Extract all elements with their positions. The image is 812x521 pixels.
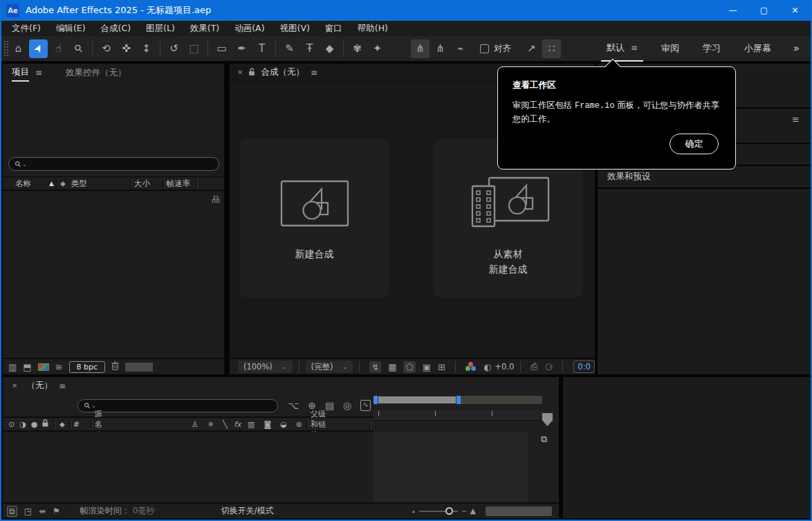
workspace-default[interactable]: 默认 ≡ <box>601 35 643 62</box>
project-flowchart-icon[interactable]: 品 <box>212 194 219 205</box>
timeline-search-input[interactable]: ⚲ ⌄ <box>77 399 278 412</box>
menu-help[interactable]: 帮助(H) <box>350 21 396 36</box>
solo-icon[interactable]: ● <box>31 420 38 429</box>
puppet-bend-pin-tool[interactable]: ⌁ <box>451 39 470 58</box>
toolbar-grip[interactable] <box>3 40 8 57</box>
timeline-track-area[interactable] <box>373 432 528 502</box>
composition-panel-menu-icon[interactable]: ≡ <box>311 68 317 77</box>
magnification-dropdown[interactable]: (100%)⌄ <box>238 360 293 373</box>
column-size[interactable]: 大小 <box>134 179 150 189</box>
timeline-panel-menu-icon[interactable]: ≡ <box>59 381 66 391</box>
composition-flowchart-icon[interactable]: ⌥ <box>288 400 299 411</box>
pan-camera-tool[interactable]: ✜ <box>117 39 136 58</box>
mask-feather-tool[interactable]: ∷ <box>542 39 561 58</box>
exposure-value[interactable]: +0.0 <box>495 362 514 372</box>
interpret-footage-icon[interactable]: ▥ <box>8 362 17 372</box>
puppet-pin-tool[interactable]: ✦ <box>368 39 387 58</box>
audio-icon[interactable]: ◑ <box>19 420 26 429</box>
menu-effect[interactable]: 效果(T) <box>183 21 227 36</box>
motion-blur-icon[interactable]: ◎ <box>343 400 351 411</box>
new-composition-button[interactable]: 新建合成 <box>240 138 389 298</box>
menu-window[interactable]: 窗口 <box>317 21 350 36</box>
project-panel-menu-icon[interactable]: ≡ <box>35 68 42 77</box>
home-tool[interactable]: ⌂ <box>9 39 28 58</box>
unlock-icon[interactable] <box>248 66 255 79</box>
column-name[interactable]: 名称 <box>15 179 31 189</box>
close-panel-icon[interactable]: ✕ <box>237 68 243 76</box>
eraser-tool[interactable]: ◆ <box>320 39 339 58</box>
workspace-small-screen[interactable]: 小屏幕 <box>739 35 777 62</box>
zoom-in-icon[interactable]: ▲ <box>470 506 476 515</box>
new-folder-icon[interactable]: ⬒ <box>23 362 31 372</box>
bit-depth-button[interactable]: 8 bpc <box>69 361 106 373</box>
effects-fx-icon[interactable]: fx <box>234 420 241 429</box>
region-of-interest-icon[interactable]: ⬠ <box>403 361 415 373</box>
dolly-camera-tool[interactable]: ↕ <box>137 39 156 58</box>
threed-layer-icon[interactable]: ⊛ <box>296 420 302 429</box>
workspace-learn[interactable]: 学习 <box>697 35 726 62</box>
pen-tool[interactable]: ✒ <box>232 39 251 58</box>
channel-rgb-icon[interactable] <box>465 362 477 372</box>
menu-view[interactable]: 视图(V) <box>273 21 317 36</box>
puppet-starch-pin-tool[interactable]: ⋔ <box>431 39 450 58</box>
toggle-switches-modes-button[interactable]: 切换开关/模式 <box>221 505 273 517</box>
comp-button-icon[interactable]: ⧉ <box>541 434 547 445</box>
transparency-grid-icon[interactable]: ▦ <box>388 362 396 372</box>
puppet-position-pin-tool[interactable]: ⋔ <box>411 39 430 58</box>
mask-visibility-icon[interactable]: ▣ <box>423 362 431 372</box>
lock-icon[interactable] <box>42 419 48 429</box>
camera-tool[interactable]: ⬚ <box>185 39 203 58</box>
grid-guides-icon[interactable]: ⊞ <box>438 362 445 372</box>
zoom-out-icon[interactable]: ▴ <box>412 509 415 514</box>
frame-blend-icon[interactable]: ▥ <box>248 420 255 429</box>
label-tag-icon[interactable]: ⬥ <box>60 179 66 188</box>
column-index[interactable]: # <box>73 420 80 429</box>
adjustment-layer-icon[interactable]: ◒ <box>280 420 287 429</box>
close-button[interactable]: ✕ <box>779 0 811 21</box>
tab-effect-controls[interactable]: 效果控件（无） <box>66 67 127 79</box>
proxy-toggle-icon[interactable]: ≋ <box>55 362 63 372</box>
time-ruler[interactable] <box>373 410 542 421</box>
menu-layer[interactable]: 图层(L) <box>138 21 183 36</box>
snap-checkbox[interactable] <box>480 44 489 53</box>
resolution-dropdown[interactable]: (完整)⌄ <box>306 360 353 373</box>
current-time-display[interactable]: 0:0 <box>573 360 595 373</box>
expand-layers-icon[interactable]: ⧉ <box>7 506 17 517</box>
close-panel-icon[interactable]: ✕ <box>12 382 17 390</box>
graph-editor-icon[interactable]: ∿ <box>360 400 370 411</box>
panel-menu-icon[interactable]: ≡ <box>792 114 800 125</box>
menu-file[interactable]: 文件(F) <box>4 21 48 36</box>
timeline-layer-area[interactable] <box>3 432 373 502</box>
menu-animation[interactable]: 动画(A) <box>227 21 272 36</box>
workspace-overflow-chevron[interactable]: » <box>793 42 800 55</box>
selection-tool[interactable]: ➤ <box>29 39 48 58</box>
sort-ascending-icon[interactable]: ▲ <box>49 180 54 187</box>
hand-tool[interactable]: ☝ <box>49 39 68 58</box>
roto-brush-tool[interactable]: ✾ <box>348 39 367 58</box>
transfer-controls-icon[interactable]: ◳ <box>24 506 32 516</box>
fast-preview-icon[interactable]: ↯ <box>369 361 381 373</box>
collapse-transformations-icon[interactable]: ✳ <box>207 420 214 429</box>
column-divider[interactable] <box>56 179 58 188</box>
horizontal-scrollbar-thumb[interactable] <box>486 506 552 516</box>
rotation-tool[interactable]: ↺ <box>165 39 183 58</box>
minimize-button[interactable]: — <box>717 0 748 21</box>
text-tool[interactable]: T <box>252 39 271 58</box>
column-divider[interactable] <box>69 420 71 429</box>
tab-composition[interactable]: 合成（无） <box>261 66 304 78</box>
align-tool[interactable]: ↗ <box>522 39 541 58</box>
brush-tool[interactable]: ✎ <box>280 39 299 58</box>
column-type[interactable]: 类型 <box>71 179 87 189</box>
column-divider[interactable] <box>130 179 132 188</box>
column-divider[interactable] <box>53 420 55 429</box>
motion-blur-switch-icon[interactable]: ◙ <box>264 420 271 429</box>
menu-edit[interactable]: 编辑(E) <box>48 21 93 36</box>
new-composition-icon[interactable] <box>38 363 49 371</box>
quality-icon[interactable]: ╲ <box>223 420 228 429</box>
column-divider[interactable] <box>163 179 165 188</box>
timeline-zoom-slider[interactable]: ▴ ▲ <box>412 506 476 515</box>
in-out-panes-icon[interactable]: ⇹ <box>39 506 46 516</box>
column-divider[interactable] <box>91 420 93 429</box>
shy-icon[interactable]: ♙ <box>192 420 199 429</box>
snapshot-camera-icon[interactable]: ⎙ <box>530 361 537 372</box>
